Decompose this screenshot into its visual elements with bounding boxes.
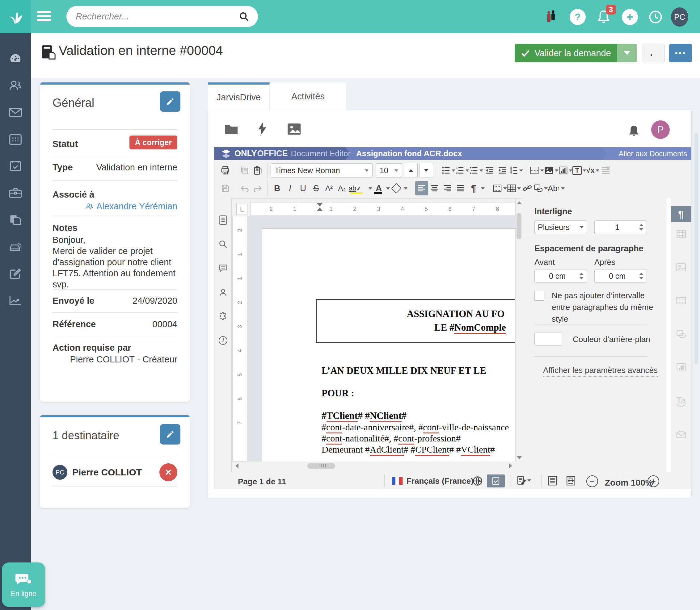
validate-request-button[interactable]: Valider la demande	[515, 44, 617, 62]
sidebar-item-dossiers[interactable]	[0, 182, 31, 204]
collaborator-avatar[interactable]: P	[651, 121, 670, 139]
table-settings-tab[interactable]	[671, 226, 691, 242]
decrease-indent-button[interactable]	[483, 163, 496, 177]
sidebar-item-scan-inbox[interactable]	[0, 236, 31, 257]
sidebar-item-tasks[interactable]	[0, 155, 31, 177]
oo-goto-documents-link[interactable]: Aller aux Documents	[619, 147, 687, 160]
scroll-right-arrow[interactable]	[509, 463, 512, 468]
document-page[interactable]: ASSIGNATION AU FO LE #NomComple L’AN DEU…	[262, 228, 515, 462]
back-button[interactable]: ←	[642, 44, 665, 62]
font-name-select[interactable]: Times New Roman	[270, 163, 373, 177]
sidebar-item-mail[interactable]	[0, 101, 31, 123]
sidebar-item-calendar[interactable]	[0, 128, 31, 150]
increase-indent-button[interactable]	[496, 163, 509, 177]
search-input[interactable]	[75, 11, 239, 22]
sidebar-item-dashboard[interactable]	[0, 48, 31, 69]
sidebar-item-documents[interactable]	[0, 209, 31, 230]
copy-button[interactable]	[238, 163, 251, 177]
plugins-icon[interactable]	[217, 310, 229, 322]
bullet-list-button[interactable]	[441, 163, 455, 177]
spellcheck-toggle[interactable]	[487, 475, 505, 487]
chat-users-icon[interactable]	[217, 287, 229, 298]
folder-icon[interactable]	[224, 123, 239, 137]
same-style-checkbox[interactable]	[534, 291, 544, 301]
help-button[interactable]: ?	[569, 8, 586, 26]
align-right-button[interactable]	[441, 181, 454, 195]
panel-bell-icon[interactable]	[627, 124, 641, 140]
insert-image-button[interactable]	[544, 163, 559, 177]
apres-spinner[interactable]: 0 cm	[594, 269, 647, 283]
advanced-settings-link[interactable]: Afficher les paramètres avancés	[543, 366, 658, 376]
subscript-button[interactable]: A₂	[336, 181, 348, 195]
sidebar-item-reports[interactable]	[0, 290, 31, 311]
edit-general-button[interactable]	[160, 91, 181, 112]
image-icon[interactable]	[287, 122, 301, 137]
decrease-font-button[interactable]	[420, 163, 433, 178]
user-avatar[interactable]: PC	[671, 8, 688, 26]
insert-table-button[interactable]	[507, 181, 521, 195]
history-button[interactable]	[647, 8, 664, 26]
edit-recipients-button[interactable]	[160, 424, 181, 445]
scroll-down-arrow[interactable]	[517, 456, 522, 459]
mailmerge-settings-tab[interactable]	[671, 426, 691, 442]
redo-button[interactable]	[251, 181, 264, 195]
associe-link[interactable]: Alexandre Yérémian	[84, 201, 177, 211]
save-button[interactable]	[219, 181, 232, 195]
underline-button[interactable]: U	[297, 181, 310, 195]
background-color-swatch[interactable]	[534, 332, 562, 346]
insert-shape-button[interactable]	[534, 181, 548, 195]
italic-button[interactable]: I	[284, 181, 297, 195]
horizontal-scrollbar[interactable]	[232, 462, 515, 470]
comments-icon[interactable]	[217, 262, 229, 274]
page-scrollbar-thumb[interactable]	[695, 133, 698, 364]
indent-marker-top[interactable]	[317, 203, 323, 207]
headerfooter-settings-tab[interactable]	[671, 293, 691, 309]
paste-button[interactable]	[251, 163, 264, 177]
more-actions-button[interactable]: •••	[669, 44, 692, 62]
vertical-ruler[interactable]: 211234567	[232, 216, 247, 462]
track-changes-button[interactable]	[516, 476, 531, 485]
undo-button[interactable]	[238, 181, 251, 195]
about-icon[interactable]: i	[217, 335, 229, 347]
horizontal-ruler[interactable]: 2112345678	[250, 202, 515, 216]
bold-button[interactable]: B	[270, 181, 284, 195]
zoom-in-button[interactable]: +	[648, 476, 659, 487]
insert-textbox-button[interactable]: T	[572, 163, 586, 177]
multilevel-list-button[interactable]	[469, 163, 483, 177]
add-button[interactable]: +	[621, 8, 639, 26]
line-spacing-button[interactable]	[509, 163, 523, 177]
superscript-button[interactable]: A²	[323, 181, 336, 195]
remove-recipient-button[interactable]: ✕	[159, 463, 177, 481]
automation-icon[interactable]	[256, 121, 269, 138]
fit-page-button[interactable]	[547, 476, 557, 486]
fit-width-button[interactable]	[566, 476, 576, 486]
sidebar-item-contacts[interactable]	[0, 75, 31, 96]
footnote-button[interactable]: Ab1	[548, 181, 565, 195]
image-settings-tab[interactable]	[671, 259, 691, 275]
app-logo[interactable]	[0, 0, 31, 33]
print-button[interactable]	[219, 163, 232, 177]
file-menu-icon[interactable]	[217, 214, 229, 226]
page-margins-button[interactable]	[493, 181, 507, 195]
insert-link-button[interactable]	[521, 181, 534, 195]
paragraph-settings-tab[interactable]: ¶	[671, 206, 691, 222]
shape-settings-tab[interactable]	[671, 326, 691, 342]
highlight-color-button[interactable]: ab	[348, 181, 361, 195]
tab-activites[interactable]: Activités	[270, 82, 346, 110]
textart-settings-tab[interactable]: Ta	[671, 393, 691, 409]
notifications-button[interactable]: 3	[595, 8, 612, 26]
find-icon[interactable]	[217, 238, 229, 250]
insert-chart-button[interactable]	[559, 163, 572, 177]
referral-icon[interactable]	[542, 8, 560, 26]
scroll-left-arrow[interactable]	[235, 463, 238, 468]
insert-pagebreak-button[interactable]	[529, 163, 544, 177]
page-count-label[interactable]: Page 1 de 11	[238, 477, 286, 486]
set-language-globe-button[interactable]	[472, 476, 483, 486]
avant-spinner[interactable]: 0 cm	[534, 269, 587, 283]
font-size-select[interactable]: 10	[376, 163, 402, 177]
increase-font-button[interactable]	[404, 163, 418, 178]
tab-jarvisdrive[interactable]: JarvisDrive	[208, 82, 270, 110]
search-icon[interactable]	[239, 12, 249, 22]
line-spacing-value-spinner[interactable]: 1	[594, 221, 647, 234]
insert-equation-button[interactable]: √x	[586, 163, 599, 177]
